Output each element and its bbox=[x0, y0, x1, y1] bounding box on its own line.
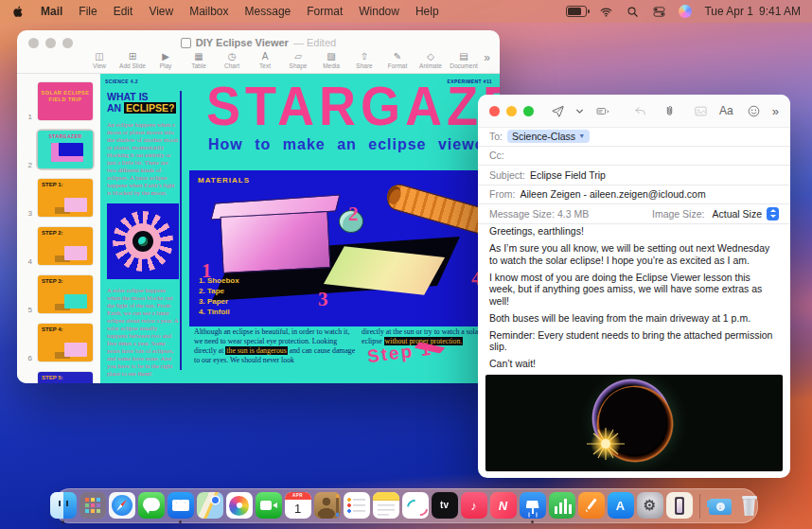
dock-item-trash[interactable] bbox=[736, 491, 763, 520]
dock-item-downloads[interactable] bbox=[707, 491, 733, 520]
dock-item-reminders[interactable] bbox=[344, 491, 370, 520]
slide-thumbnail-7[interactable]: STEP 5: bbox=[36, 370, 95, 383]
keynote-tool-view[interactable]: ◫View bbox=[85, 51, 114, 69]
battery-icon[interactable] bbox=[566, 6, 587, 17]
keynote-tool-document[interactable]: ▤Document bbox=[450, 51, 478, 69]
dock-item-iphone-mirroring[interactable] bbox=[666, 491, 693, 520]
slide-thumbnail-label: SOLAR ECLIPSE FIELD TRIP bbox=[38, 82, 93, 103]
keynote-tool-add-slide[interactable]: ⊞Add Slide bbox=[118, 51, 147, 69]
slide-number: 1 bbox=[17, 113, 36, 122]
tool-label: Format bbox=[388, 62, 408, 69]
close-button[interactable] bbox=[489, 106, 500, 116]
dock-item-notes[interactable] bbox=[373, 491, 399, 520]
close-button[interactable] bbox=[28, 38, 39, 48]
keynote-tool-share[interactable]: ⇧Share bbox=[350, 51, 379, 69]
emoji-button[interactable] bbox=[747, 104, 761, 118]
tinfoil-illustration bbox=[384, 182, 493, 238]
from-label: From: bbox=[489, 188, 515, 200]
dock-item-contacts[interactable] bbox=[314, 491, 341, 520]
dock-item-appstore[interactable]: A bbox=[608, 491, 634, 520]
dock-item-mail[interactable] bbox=[168, 491, 194, 520]
format-button[interactable]: Aa bbox=[719, 104, 733, 117]
dock-item-freeform[interactable] bbox=[402, 491, 429, 520]
attach-button[interactable] bbox=[662, 104, 677, 118]
from-field[interactable]: From: Aileen Zeigen - aileen.zeigen@iclo… bbox=[478, 185, 790, 205]
slide-thumbnail-5[interactable]: STEP 3: bbox=[36, 273, 95, 315]
menu-item-edit[interactable]: Edit bbox=[114, 5, 133, 18]
dock-item-numbers[interactable] bbox=[549, 491, 575, 520]
subject-field[interactable]: Subject: Eclipse Field Trip bbox=[478, 166, 790, 185]
tool-label: Media bbox=[323, 62, 340, 69]
keynote-tool-media[interactable]: ▨Media bbox=[317, 51, 345, 69]
from-value[interactable]: Aileen Zeigen - aileen.zeigen@icloud.com bbox=[520, 188, 705, 200]
keynote-tool-animate[interactable]: ◇Animate bbox=[416, 51, 445, 69]
menu-item-view[interactable]: View bbox=[149, 5, 173, 18]
dock-item-pages[interactable] bbox=[578, 491, 605, 520]
keynote-tool-text[interactable]: AText bbox=[251, 51, 279, 69]
dock-item-music[interactable]: ♪ bbox=[461, 491, 487, 520]
apple-menu-icon[interactable] bbox=[11, 5, 25, 19]
dock-separator bbox=[699, 494, 700, 519]
recipient-token[interactable]: Science-Class ▼ bbox=[507, 130, 590, 143]
menu-item-format[interactable]: Format bbox=[307, 5, 343, 18]
dock-item-messages[interactable] bbox=[138, 491, 165, 520]
dock-item-appletv[interactable] bbox=[432, 491, 458, 520]
siri-icon[interactable] bbox=[679, 5, 692, 18]
search-icon[interactable] bbox=[626, 5, 640, 19]
dock-item-safari[interactable] bbox=[109, 491, 135, 520]
slide-thumbnail-3[interactable]: STEP 1: bbox=[36, 177, 95, 219]
keynote-tool-table[interactable]: ▦Table bbox=[185, 51, 213, 69]
send-options-button[interactable] bbox=[573, 104, 587, 118]
menu-clock[interactable]: Tue Apr 1 9:41 AM bbox=[704, 5, 801, 18]
zoom-button[interactable] bbox=[523, 106, 534, 116]
menu-app-name[interactable]: Mail bbox=[41, 5, 62, 18]
slide-thumbnail-1[interactable]: SOLAR ECLIPSE FIELD TRIP bbox=[36, 80, 95, 122]
subject-value[interactable]: Eclipse Field Trip bbox=[530, 169, 606, 181]
eclipse-photo-attachment[interactable] bbox=[485, 375, 783, 471]
slide-thumbnail-row: 2STARGAZER bbox=[17, 129, 100, 170]
image-size-control[interactable]: Image Size: Actual Size bbox=[652, 207, 779, 220]
menu-item-mailbox[interactable]: Mailbox bbox=[189, 5, 228, 18]
menu-bar-left: Mail FileEditViewMailboxMessageFormatWin… bbox=[11, 5, 439, 19]
control-center-icon[interactable] bbox=[652, 5, 666, 19]
dock-item-maps[interactable] bbox=[197, 491, 223, 520]
slide-thumbnail-6[interactable]: STEP 4: bbox=[36, 322, 95, 363]
keynote-tool-format[interactable]: ✎Format bbox=[383, 51, 412, 69]
keynote-tool-play[interactable]: ▶Play bbox=[151, 51, 180, 69]
keynote-window-controls[interactable] bbox=[28, 38, 73, 48]
send-button[interactable] bbox=[551, 104, 565, 118]
dock-item-facetime[interactable] bbox=[256, 491, 282, 520]
cc-field[interactable]: Cc: bbox=[478, 147, 790, 167]
settings-glyph: ⚙ bbox=[637, 492, 663, 519]
dock-item-calendar[interactable] bbox=[285, 491, 311, 520]
slide-divider-line bbox=[180, 91, 182, 370]
to-field[interactable]: To: Science-Class ▼ bbox=[478, 127, 790, 147]
dock-item-finder[interactable] bbox=[50, 491, 77, 520]
slide-thumbnail-2[interactable]: STARGAZER bbox=[36, 129, 95, 170]
toolbar-overflow-icon[interactable]: » bbox=[484, 51, 490, 64]
menu-item-message[interactable]: Message bbox=[245, 5, 291, 18]
notes-icon bbox=[373, 492, 399, 519]
menu-item-file[interactable]: File bbox=[79, 5, 97, 18]
stepper-icon[interactable] bbox=[767, 207, 779, 220]
mail-window-controls[interactable] bbox=[489, 106, 534, 116]
dock-item-launchpad[interactable] bbox=[79, 491, 106, 520]
menu-item-help[interactable]: Help bbox=[415, 5, 439, 18]
minimize-button[interactable] bbox=[506, 106, 517, 116]
more-button[interactable]: » bbox=[772, 104, 779, 118]
slide-thumbnail-4[interactable]: STEP 2: bbox=[36, 225, 95, 267]
image-size-value[interactable]: Actual Size bbox=[712, 208, 762, 220]
header-fields-button[interactable] bbox=[596, 104, 610, 118]
dock-item-settings[interactable]: ⚙ bbox=[637, 491, 663, 520]
menu-item-window[interactable]: Window bbox=[359, 5, 399, 18]
dock-item-keynote[interactable] bbox=[520, 491, 546, 520]
zoom-button[interactable] bbox=[62, 38, 73, 48]
tool-label: Text bbox=[259, 62, 271, 69]
running-indicator bbox=[62, 520, 64, 523]
wifi-icon[interactable] bbox=[599, 5, 613, 19]
dock-item-news[interactable]: N bbox=[490, 491, 517, 520]
minimize-button[interactable] bbox=[45, 38, 56, 48]
keynote-tool-shape[interactable]: ▱Shape bbox=[284, 51, 312, 69]
dock-item-photos[interactable] bbox=[226, 491, 253, 520]
keynote-tool-chart[interactable]: ◷Chart bbox=[218, 51, 246, 69]
